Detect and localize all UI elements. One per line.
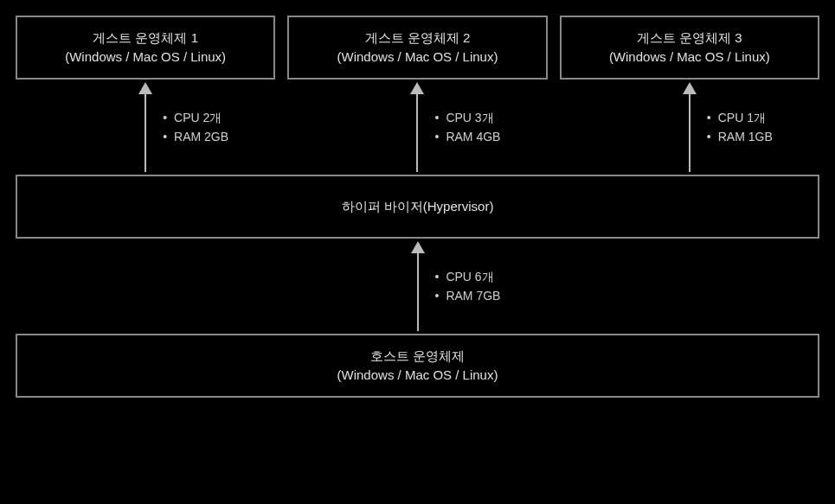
- guest-os-subtitle: (Windows / Mac OS / Linux): [337, 48, 498, 67]
- arrow-up-icon: [411, 241, 425, 331]
- arrow-up-icon: [138, 82, 152, 172]
- spec-item: CPU 3개: [434, 108, 500, 127]
- spec-item: RAM 7GB: [435, 286, 501, 305]
- guest-arrows-row: CPU 2개 RAM 2GB CPU 3개 RAM 4GB CPU 1개 RAM…: [16, 80, 819, 175]
- guest-os-subtitle: (Windows / Mac OS / Linux): [65, 48, 226, 67]
- guest-os-title: 게스트 운영체제 3: [637, 29, 742, 48]
- guest-os-box-3: 게스트 운영체제 3 (Windows / Mac OS / Linux): [560, 16, 819, 80]
- host-arrow-cell: CPU 6개 RAM 7GB: [16, 239, 819, 334]
- spec-item: CPU 2개: [163, 108, 228, 127]
- guest-specs-1: CPU 2개 RAM 2GB: [163, 108, 228, 147]
- spec-item: RAM 1GB: [707, 127, 773, 146]
- spec-item: RAM 4GB: [434, 127, 500, 146]
- arrow-up-icon: [683, 82, 697, 172]
- guest-specs-2: CPU 3개 RAM 4GB: [434, 108, 500, 147]
- guest-os-row: 게스트 운영체제 1 (Windows / Mac OS / Linux) 게스…: [16, 16, 819, 80]
- host-os-subtitle: (Windows / Mac OS / Linux): [337, 366, 498, 386]
- arrow-cell-1: CPU 2개 RAM 2GB: [16, 80, 275, 175]
- spec-item: CPU 1개: [707, 108, 773, 127]
- guest-os-subtitle: (Windows / Mac OS / Linux): [609, 48, 770, 67]
- guest-os-box-2: 게스트 운영체제 2 (Windows / Mac OS / Linux): [287, 16, 547, 80]
- host-os-box: 호스트 운영체제 (Windows / Mac OS / Linux): [16, 334, 819, 398]
- host-specs: CPU 6개 RAM 7GB: [435, 267, 501, 306]
- arrow-up-icon: [410, 82, 424, 172]
- guest-os-title: 게스트 운영체제 1: [93, 29, 198, 48]
- host-os-title: 호스트 운영체제: [370, 347, 465, 367]
- spec-item: CPU 6개: [435, 267, 501, 286]
- spec-item: RAM 2GB: [163, 127, 228, 146]
- guest-os-box-1: 게스트 운영체제 1 (Windows / Mac OS / Linux): [16, 16, 275, 80]
- hypervisor-title: 하이퍼 바이저(Hypervisor): [342, 197, 494, 217]
- arrow-cell-2: CPU 3개 RAM 4GB: [287, 80, 547, 175]
- guest-os-title: 게스트 운영체제 2: [365, 29, 471, 48]
- guest-specs-3: CPU 1개 RAM 1GB: [707, 108, 773, 147]
- hypervisor-box: 하이퍼 바이저(Hypervisor): [16, 175, 819, 239]
- arrow-cell-3: CPU 1개 RAM 1GB: [560, 80, 819, 175]
